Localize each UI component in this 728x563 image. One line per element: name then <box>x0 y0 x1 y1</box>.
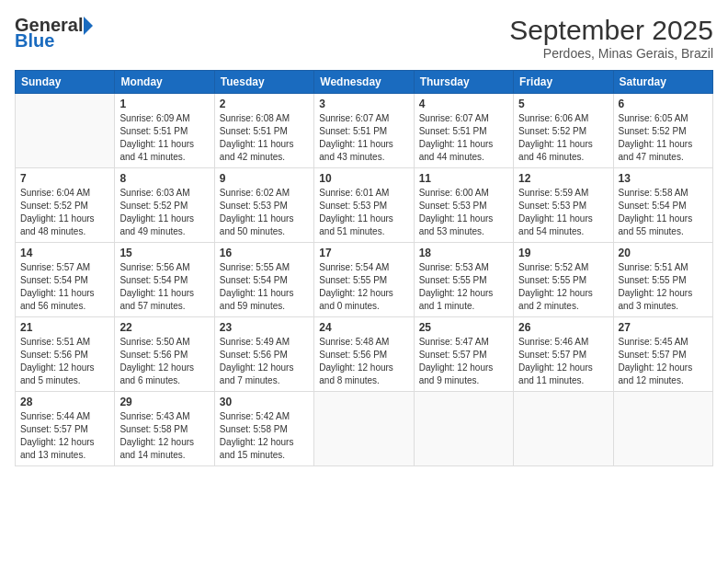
day-info: Sunrise: 6:04 AM Sunset: 5:52 PM Dayligh… <box>20 187 109 238</box>
day-number: 10 <box>319 172 408 185</box>
logo: General Blue <box>15 15 94 52</box>
calendar-header-monday: Monday <box>115 71 214 94</box>
day-info: Sunrise: 5:49 AM Sunset: 5:56 PM Dayligh… <box>220 336 309 387</box>
calendar-header-saturday: Saturday <box>613 71 712 94</box>
calendar-cell: 22Sunrise: 5:50 AM Sunset: 5:56 PM Dayli… <box>115 317 214 392</box>
day-number: 6 <box>619 98 708 110</box>
calendar-cell: 26Sunrise: 5:46 AM Sunset: 5:57 PM Dayli… <box>514 317 613 392</box>
calendar-table: SundayMondayTuesdayWednesdayThursdayFrid… <box>15 70 713 466</box>
calendar-cell: 8Sunrise: 6:03 AM Sunset: 5:52 PM Daylig… <box>115 168 214 243</box>
month-title: September 2025 <box>509 15 713 46</box>
day-number: 20 <box>619 247 708 259</box>
day-info: Sunrise: 6:07 AM Sunset: 5:51 PM Dayligh… <box>419 112 508 164</box>
day-number: 13 <box>619 172 708 185</box>
calendar-cell <box>514 392 613 466</box>
day-info: Sunrise: 6:09 AM Sunset: 5:51 PM Dayligh… <box>119 112 209 164</box>
day-info: Sunrise: 6:08 AM Sunset: 5:51 PM Dayligh… <box>220 112 309 164</box>
day-number: 4 <box>419 98 508 110</box>
day-number: 5 <box>518 98 608 110</box>
day-info: Sunrise: 5:47 AM Sunset: 5:57 PM Dayligh… <box>419 336 508 387</box>
day-number: 8 <box>119 172 209 185</box>
location-subtitle: Perdoes, Minas Gerais, Brazil <box>509 46 713 61</box>
day-info: Sunrise: 6:03 AM Sunset: 5:52 PM Dayligh… <box>119 187 209 238</box>
calendar-cell <box>414 392 513 466</box>
calendar-cell <box>314 392 414 466</box>
calendar-cell: 28Sunrise: 5:44 AM Sunset: 5:57 PM Dayli… <box>16 392 115 466</box>
day-info: Sunrise: 5:50 AM Sunset: 5:56 PM Dayligh… <box>119 336 209 387</box>
day-number: 27 <box>619 321 708 334</box>
calendar-week-5: 28Sunrise: 5:44 AM Sunset: 5:57 PM Dayli… <box>16 392 713 466</box>
day-info: Sunrise: 6:06 AM Sunset: 5:52 PM Dayligh… <box>518 112 608 164</box>
day-number: 28 <box>20 396 109 408</box>
day-info: Sunrise: 5:44 AM Sunset: 5:57 PM Dayligh… <box>20 410 109 462</box>
day-number: 7 <box>20 172 109 185</box>
calendar-cell: 23Sunrise: 5:49 AM Sunset: 5:56 PM Dayli… <box>214 317 313 392</box>
calendar-header-wednesday: Wednesday <box>314 71 414 94</box>
calendar-cell: 15Sunrise: 5:56 AM Sunset: 5:54 PM Dayli… <box>115 243 214 317</box>
calendar-cell: 14Sunrise: 5:57 AM Sunset: 5:54 PM Dayli… <box>16 243 115 317</box>
day-info: Sunrise: 5:48 AM Sunset: 5:56 PM Dayligh… <box>319 336 408 387</box>
day-number: 26 <box>518 321 608 334</box>
day-number: 19 <box>518 247 608 259</box>
calendar-header-row: SundayMondayTuesdayWednesdayThursdayFrid… <box>16 71 713 94</box>
day-info: Sunrise: 6:07 AM Sunset: 5:51 PM Dayligh… <box>319 112 408 164</box>
calendar-cell: 3Sunrise: 6:07 AM Sunset: 5:51 PM Daylig… <box>314 94 414 168</box>
calendar-cell: 10Sunrise: 6:01 AM Sunset: 5:53 PM Dayli… <box>314 168 414 243</box>
calendar-header-thursday: Thursday <box>414 71 513 94</box>
day-info: Sunrise: 5:58 AM Sunset: 5:54 PM Dayligh… <box>619 187 708 238</box>
calendar-cell: 24Sunrise: 5:48 AM Sunset: 5:56 PM Dayli… <box>314 317 414 392</box>
calendar-cell: 7Sunrise: 6:04 AM Sunset: 5:52 PM Daylig… <box>16 168 115 243</box>
calendar-cell: 12Sunrise: 5:59 AM Sunset: 5:53 PM Dayli… <box>514 168 613 243</box>
day-number: 24 <box>319 321 408 334</box>
day-info: Sunrise: 6:05 AM Sunset: 5:52 PM Dayligh… <box>619 112 708 164</box>
calendar-header-sunday: Sunday <box>16 71 115 94</box>
page-header: General Blue September 2025 Perdoes, Min… <box>15 15 713 61</box>
day-info: Sunrise: 5:43 AM Sunset: 5:58 PM Dayligh… <box>119 410 209 462</box>
calendar-week-4: 21Sunrise: 5:51 AM Sunset: 5:56 PM Dayli… <box>16 317 713 392</box>
calendar-cell: 30Sunrise: 5:42 AM Sunset: 5:58 PM Dayli… <box>214 392 313 466</box>
calendar-cell: 18Sunrise: 5:53 AM Sunset: 5:55 PM Dayli… <box>414 243 513 317</box>
calendar-cell: 25Sunrise: 5:47 AM Sunset: 5:57 PM Dayli… <box>414 317 513 392</box>
day-number: 3 <box>319 98 408 110</box>
calendar-cell: 9Sunrise: 6:02 AM Sunset: 5:53 PM Daylig… <box>214 168 313 243</box>
calendar-cell: 27Sunrise: 5:45 AM Sunset: 5:57 PM Dayli… <box>613 317 712 392</box>
day-info: Sunrise: 5:45 AM Sunset: 5:57 PM Dayligh… <box>619 336 708 387</box>
day-number: 25 <box>419 321 508 334</box>
calendar-cell: 4Sunrise: 6:07 AM Sunset: 5:51 PM Daylig… <box>414 94 513 168</box>
day-info: Sunrise: 5:54 AM Sunset: 5:55 PM Dayligh… <box>319 261 408 313</box>
logo-triangle-icon <box>84 17 93 35</box>
day-info: Sunrise: 5:55 AM Sunset: 5:54 PM Dayligh… <box>220 261 309 313</box>
day-info: Sunrise: 5:46 AM Sunset: 5:57 PM Dayligh… <box>518 336 608 387</box>
day-number: 15 <box>119 247 209 259</box>
calendar-header-tuesday: Tuesday <box>214 71 313 94</box>
calendar-cell: 20Sunrise: 5:51 AM Sunset: 5:55 PM Dayli… <box>613 243 712 317</box>
calendar-week-2: 7Sunrise: 6:04 AM Sunset: 5:52 PM Daylig… <box>16 168 713 243</box>
calendar-header-friday: Friday <box>514 71 613 94</box>
day-info: Sunrise: 5:59 AM Sunset: 5:53 PM Dayligh… <box>518 187 608 238</box>
calendar-cell <box>613 392 712 466</box>
day-info: Sunrise: 5:52 AM Sunset: 5:55 PM Dayligh… <box>518 261 608 313</box>
day-info: Sunrise: 5:51 AM Sunset: 5:55 PM Dayligh… <box>619 261 708 313</box>
day-info: Sunrise: 5:57 AM Sunset: 5:54 PM Dayligh… <box>20 261 109 313</box>
day-info: Sunrise: 6:00 AM Sunset: 5:53 PM Dayligh… <box>419 187 508 238</box>
day-number: 16 <box>220 247 309 259</box>
calendar-cell: 6Sunrise: 6:05 AM Sunset: 5:52 PM Daylig… <box>613 94 712 168</box>
calendar-body: 1Sunrise: 6:09 AM Sunset: 5:51 PM Daylig… <box>16 94 713 466</box>
day-number: 23 <box>220 321 309 334</box>
day-info: Sunrise: 5:56 AM Sunset: 5:54 PM Dayligh… <box>119 261 209 313</box>
calendar-cell: 19Sunrise: 5:52 AM Sunset: 5:55 PM Dayli… <box>514 243 613 317</box>
day-number: 14 <box>20 247 109 259</box>
calendar-cell <box>16 94 115 168</box>
calendar-cell: 2Sunrise: 6:08 AM Sunset: 5:51 PM Daylig… <box>214 94 313 168</box>
calendar-cell: 16Sunrise: 5:55 AM Sunset: 5:54 PM Dayli… <box>214 243 313 317</box>
logo-blue-text: Blue <box>15 30 54 52</box>
day-number: 17 <box>319 247 408 259</box>
day-info: Sunrise: 6:02 AM Sunset: 5:53 PM Dayligh… <box>220 187 309 238</box>
day-info: Sunrise: 5:51 AM Sunset: 5:56 PM Dayligh… <box>20 336 109 387</box>
calendar-cell: 13Sunrise: 5:58 AM Sunset: 5:54 PM Dayli… <box>613 168 712 243</box>
day-number: 29 <box>119 396 209 408</box>
day-number: 9 <box>220 172 309 185</box>
day-number: 12 <box>518 172 608 185</box>
calendar-week-3: 14Sunrise: 5:57 AM Sunset: 5:54 PM Dayli… <box>16 243 713 317</box>
calendar-cell: 29Sunrise: 5:43 AM Sunset: 5:58 PM Dayli… <box>115 392 214 466</box>
